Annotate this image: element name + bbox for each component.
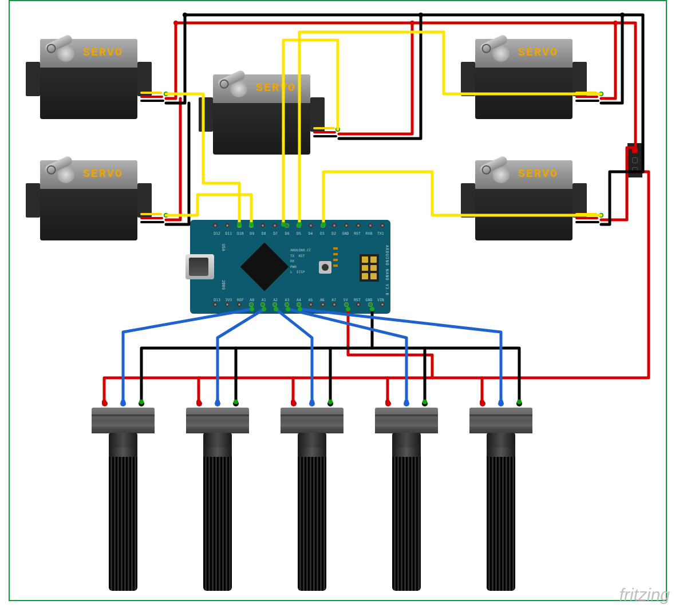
potentiometer-1 [92,401,155,601]
nano-pinrow-top [213,223,385,231]
nano-labels-top: D12D11D10D9D8D7D6D5D4D3D2GNDRSTRX0TX1 [213,231,385,236]
atmega-chip-icon [240,243,289,291]
servo-label: SERVO [518,167,558,180]
nano-pinrow-bottom [213,302,385,310]
made-in-text: USA [221,244,226,251]
nano-labels-bottom: D133V3REFA0A1A2A3A4A5A6A75VRSTGNDVIN [213,298,385,302]
board-silkscreen: ARDUINO.CC TX RST RX PWR L ICSP [290,247,311,275]
status-leds [333,247,338,267]
icsp-header-icon [360,254,379,282]
board-model-text: ARDUINO NANO V3.0 [385,245,389,296]
potentiometer-5 [469,401,532,601]
servo-1: SERVO [26,39,152,125]
potentiometer-2 [186,401,249,601]
servo-2: SERVO [26,160,152,246]
mini-usb-port-icon [185,254,214,279]
pot-knob-icon [109,448,137,591]
power-header-icon [627,143,642,177]
potentiometer-3 [281,401,344,601]
servo-mount-ear [137,62,152,96]
servo-3: SERVO [199,74,325,160]
reset-button-icon [319,261,331,274]
potentiometer-4 [375,401,438,601]
servo-4: SERVO [461,39,587,125]
servo-lead-wires [140,92,163,102]
servo-5: SERVO [461,160,587,246]
fritzing-watermark: fritzing [619,585,670,605]
arduino-nano-board: ARDUINO NANO V3.0 USA 2009 ARDUINO.CC TX… [190,220,390,314]
servo-mount-ear [26,62,40,96]
servo-label: SERVO [256,81,296,94]
servo-label: SERVO [83,46,123,59]
year-text: 2009 [221,280,226,290]
servo-label: SERVO [518,46,558,59]
servo-label: SERVO [83,167,123,180]
